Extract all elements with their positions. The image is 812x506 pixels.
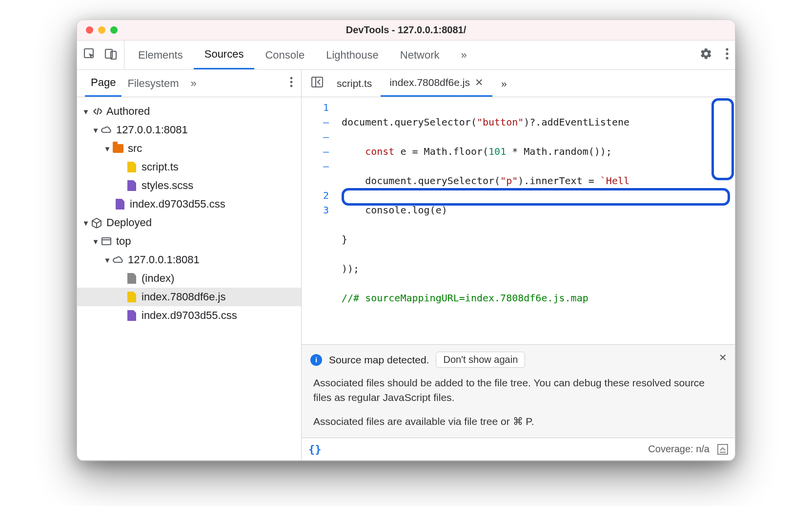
tree-index-css-authored[interactable]: index.d9703d55.css (77, 195, 301, 213)
device-toggle-icon[interactable] (104, 47, 117, 63)
file-tab-index-js[interactable]: index.7808df6e.js✕ (381, 70, 492, 97)
tree-authored[interactable]: ▼Authored (77, 102, 301, 121)
editor-footer: {} Coverage: n/a (302, 438, 735, 460)
tab-network[interactable]: Network (389, 41, 450, 69)
file-tab-script[interactable]: script.ts (328, 70, 381, 97)
coverage-label: Coverage: n/a (648, 443, 710, 455)
tab-more[interactable]: » (450, 41, 478, 69)
tab-elements[interactable]: Elements (127, 41, 194, 69)
tree-host-deployed[interactable]: ▼127.0.0.1:8081 (77, 251, 301, 269)
sidebar-tab-filesystem[interactable]: Filesystem (122, 70, 184, 97)
tree-index-js[interactable]: index.7808df6e.js (77, 288, 301, 306)
sidebar-tab-more[interactable]: » (185, 70, 203, 97)
file-tab-more[interactable]: » (492, 70, 516, 97)
kebab-menu-icon[interactable] (725, 47, 729, 63)
main-tabstrip: Elements Sources Console Lighthouse Netw… (77, 41, 735, 70)
devtools-window: DevTools - 127.0.0.1:8081/ Elements Sour… (77, 20, 735, 461)
pretty-print-icon[interactable]: {} (308, 443, 322, 455)
tree-top[interactable]: ▼top (77, 232, 301, 251)
code-content[interactable]: document.querySelector("button")?.addEve… (336, 100, 629, 335)
tree-src[interactable]: ▼src (77, 139, 301, 158)
svg-point-7 (290, 81, 293, 83)
editor-pane: script.ts index.7808df6e.js✕ » 1 – – – –… (302, 70, 735, 460)
tree-index-css-deployed[interactable]: index.d9703d55.css (77, 306, 301, 325)
tree-index-html[interactable]: (index) (77, 269, 301, 288)
toggle-navigator-icon[interactable] (306, 77, 328, 90)
svg-point-4 (726, 52, 728, 55)
file-tree: ▼Authored ▼127.0.0.1:8081 ▼src script.ts… (77, 97, 301, 332)
tree-host-authored[interactable]: ▼127.0.0.1:8081 (77, 121, 301, 139)
svg-rect-9 (102, 238, 111, 245)
svg-point-5 (726, 57, 728, 59)
code-editor[interactable]: 1 – – – – 2 3 document.querySelector("bu… (302, 97, 735, 344)
sourcemap-line-annotation (342, 188, 730, 206)
tab-console[interactable]: Console (254, 41, 315, 69)
settings-icon[interactable] (700, 47, 712, 63)
tab-lighthouse[interactable]: Lighthouse (315, 41, 389, 69)
tab-sources[interactable]: Sources (194, 41, 255, 69)
tree-styles-scss[interactable]: styles.scss (77, 176, 301, 195)
titlebar: DevTools - 127.0.0.1:8081/ (77, 20, 735, 41)
infobar-text-1: Associated files should be added to the … (313, 376, 723, 405)
sidebar-kebab-icon[interactable] (289, 76, 293, 91)
infobar-text-2: Associated files are available via file … (313, 414, 723, 429)
svg-point-6 (290, 77, 293, 79)
file-tabstrip: script.ts index.7808df6e.js✕ » (302, 70, 735, 97)
close-tab-icon[interactable]: ✕ (475, 77, 484, 88)
sidebar-tab-page[interactable]: Page (85, 70, 122, 97)
inspect-icon[interactable] (83, 47, 96, 63)
infobar-close-icon[interactable]: ✕ (719, 352, 727, 363)
window-title: DevTools - 127.0.0.1:8081/ (77, 24, 735, 36)
line-gutter[interactable]: 1 – – – – 2 3 (302, 100, 336, 335)
gutter-highlight-annotation (711, 98, 734, 180)
sourcemap-infobar: i Source map detected. Don't show again … (302, 344, 735, 438)
infobar-heading: Source map detected. (329, 354, 429, 366)
tree-deployed[interactable]: ▼Deployed (77, 213, 301, 232)
show-drawer-icon[interactable] (717, 444, 728, 455)
navigator-sidebar: Page Filesystem » ▼Authored ▼127.0.0.1:8… (77, 70, 302, 460)
info-icon: i (310, 354, 322, 366)
tree-script-ts[interactable]: script.ts (77, 158, 301, 176)
svg-point-8 (290, 84, 293, 87)
dont-show-again-button[interactable]: Don't show again (436, 352, 525, 368)
svg-point-3 (726, 48, 728, 50)
